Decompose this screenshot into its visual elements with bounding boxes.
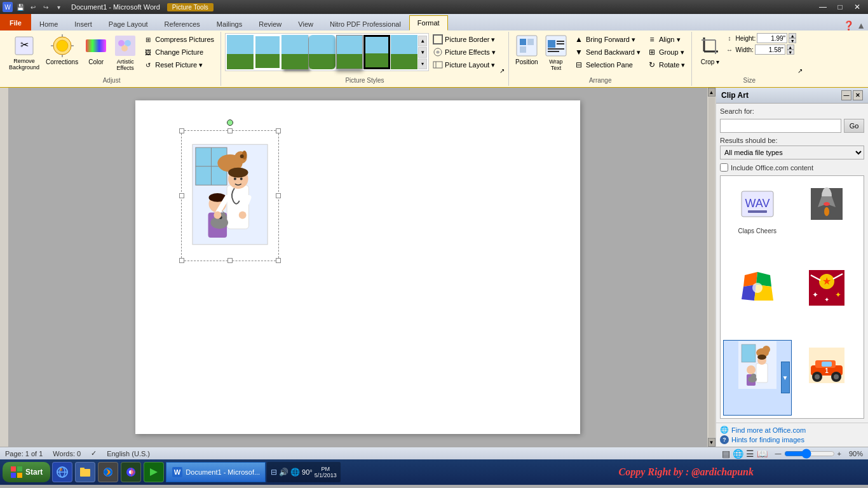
view-reading-icon[interactable]: 📖 (757, 449, 768, 459)
height-spin-up[interactable]: ▲ (789, 33, 796, 38)
undo-qa-btn[interactable]: ↩ (27, 1, 39, 13)
align-button[interactable]: ≡ Align ▾ (644, 33, 688, 46)
handle-mid-left[interactable] (179, 193, 184, 198)
tab-format[interactable]: Format (409, 15, 448, 30)
rotation-handle[interactable] (227, 119, 233, 126)
maximize-btn[interactable]: □ (832, 0, 848, 14)
tray-clock[interactable]: PM 5/1/2013 (315, 466, 337, 478)
pic-style-2[interactable] (254, 35, 281, 69)
pic-styles-expand[interactable]: ↗ (499, 67, 505, 74)
start-button[interactable]: Start (3, 462, 50, 482)
tab-nitro[interactable]: Nitro PDF Professional (322, 17, 409, 30)
remove-background-button[interactable]: ✂ RemoveBackground (6, 33, 42, 72)
pic-style-3[interactable] (281, 35, 308, 69)
tab-page-layout[interactable]: Page Layout (100, 17, 156, 30)
clip-item-colorful-art[interactable] (723, 262, 792, 338)
clip-item-claps-cheers[interactable]: WAV Claps Cheers (723, 179, 792, 261)
view-web-icon[interactable]: 🌐 (733, 449, 743, 459)
reset-picture-button[interactable]: ↺ Reset Picture ▾ (140, 58, 217, 71)
document-area[interactable] (9, 88, 707, 447)
picture-layout-button[interactable]: Picture Layout ▾ (430, 58, 498, 71)
tray-icon-3[interactable]: 🌐 (290, 468, 300, 477)
taskbar-chrome-icon[interactable] (121, 462, 141, 482)
pic-style-1[interactable] (227, 35, 254, 69)
zoom-slider[interactable] (784, 451, 835, 457)
zoom-level[interactable]: 90% (844, 450, 863, 458)
handle-top-left[interactable] (179, 128, 184, 133)
zoom-plus[interactable]: + (837, 450, 841, 458)
compress-pictures-button[interactable]: ⊞ Compress Pictures (140, 33, 217, 46)
hints-link[interactable]: ? Hints for finding images (720, 435, 864, 444)
gallery-scroll-down[interactable]: ▼ (418, 47, 427, 58)
help-btn[interactable]: ❓ (843, 20, 854, 30)
scroll-up-btn[interactable]: ▲ (708, 88, 715, 97)
bring-forward-button[interactable]: ▲ Bring Forward ▾ (571, 33, 643, 46)
taskbar-word-button[interactable]: W Document1 - Microsof... (166, 462, 266, 482)
tab-references[interactable]: References (156, 17, 208, 30)
language-info[interactable]: English (U.S.) (107, 450, 150, 458)
taskbar-firefox-icon[interactable] (98, 462, 118, 482)
clip-item-doctor-vet[interactable]: ▼ (723, 340, 792, 416)
results-select[interactable]: All media file types (720, 146, 864, 159)
taskbar-explorer-icon[interactable] (75, 462, 95, 482)
ribbon-collapse-btn[interactable]: ▲ (857, 20, 865, 30)
tab-mailings[interactable]: Mailings (208, 17, 250, 30)
picture-effects-button[interactable]: Picture Effects ▾ (430, 46, 498, 58)
width-spin-up[interactable]: ▲ (787, 44, 794, 50)
position-button[interactable]: Position (513, 33, 541, 67)
right-scrollbar[interactable]: ▲ ▼ (707, 88, 715, 447)
gallery-scroll-up[interactable]: ▲ (418, 36, 427, 46)
handle-bottom-mid[interactable] (227, 258, 233, 263)
panel-minimize-btn[interactable]: — (841, 90, 851, 100)
picture-border-button[interactable]: Picture Border ▾ (430, 33, 498, 46)
clip-item-race-car[interactable]: 1 (793, 340, 862, 416)
handle-mid-right[interactable] (276, 193, 281, 198)
search-input[interactable] (720, 119, 841, 133)
pic-style-4[interactable] (309, 35, 336, 69)
view-normal-icon[interactable]: ▤ (722, 449, 730, 459)
tray-icon-1[interactable]: ⊟ (271, 468, 277, 477)
spell-check-icon[interactable]: ✓ (91, 449, 97, 458)
width-input[interactable] (755, 44, 785, 55)
clip-item-rocket[interactable] (793, 179, 862, 261)
rotate-button[interactable]: ↻ Rotate ▾ (644, 58, 688, 71)
wrap-text-button[interactable]: WrapText (542, 33, 570, 72)
include-office-checkbox[interactable] (720, 163, 728, 172)
height-input[interactable] (757, 33, 787, 43)
corrections-button[interactable]: Corrections (43, 33, 81, 67)
redo-qa-btn[interactable]: ↪ (40, 1, 51, 13)
qa-dropdown[interactable]: ▾ (53, 1, 64, 13)
change-picture-button[interactable]: 🖼 Change Picture (140, 46, 217, 58)
gallery-expand[interactable]: ▾ (418, 58, 427, 69)
tab-view[interactable]: View (290, 17, 322, 30)
tab-home[interactable]: Home (31, 17, 66, 30)
taskbar-media-icon[interactable] (144, 462, 164, 482)
scroll-down-btn[interactable]: ▼ (708, 438, 715, 447)
selected-image-container[interactable] (183, 132, 277, 259)
tray-icon-2[interactable]: 🔊 (279, 468, 288, 477)
artistic-effects-button[interactable]: ArtisticEffects (111, 33, 139, 72)
size-expand[interactable]: ↗ (797, 67, 803, 74)
minimize-btn[interactable]: — (815, 0, 831, 14)
handle-top-right[interactable] (276, 128, 281, 133)
handle-bottom-left[interactable] (179, 258, 184, 263)
tab-insert[interactable]: Insert (66, 17, 100, 30)
clip-item-dropdown-arrow[interactable]: ▼ (781, 362, 790, 393)
pic-style-5[interactable] (336, 35, 363, 69)
handle-top-mid[interactable] (227, 128, 233, 133)
handle-bottom-right[interactable] (276, 258, 281, 263)
view-outline-icon[interactable]: ☰ (746, 449, 754, 459)
pic-style-7[interactable] (391, 35, 417, 69)
clip-item-fireworks[interactable]: ★ ✦ ✦ ✦ (793, 262, 862, 338)
zoom-minus[interactable]: — (775, 450, 782, 457)
panel-close-btn[interactable]: ✕ (853, 90, 863, 100)
go-button[interactable]: Go (844, 119, 864, 133)
save-qa-btn[interactable]: 💾 (15, 1, 26, 13)
pic-style-6-selected[interactable] (363, 35, 390, 69)
tab-review[interactable]: Review (250, 17, 290, 30)
tab-file[interactable]: File (0, 14, 31, 30)
send-backward-button[interactable]: ▼ Send Backward ▾ (571, 46, 643, 58)
group-button[interactable]: ⊞ Group ▾ (644, 46, 688, 58)
crop-button[interactable]: Crop ▾ (696, 33, 724, 67)
selection-pane-button[interactable]: ⊟ Selection Pane (571, 58, 643, 71)
